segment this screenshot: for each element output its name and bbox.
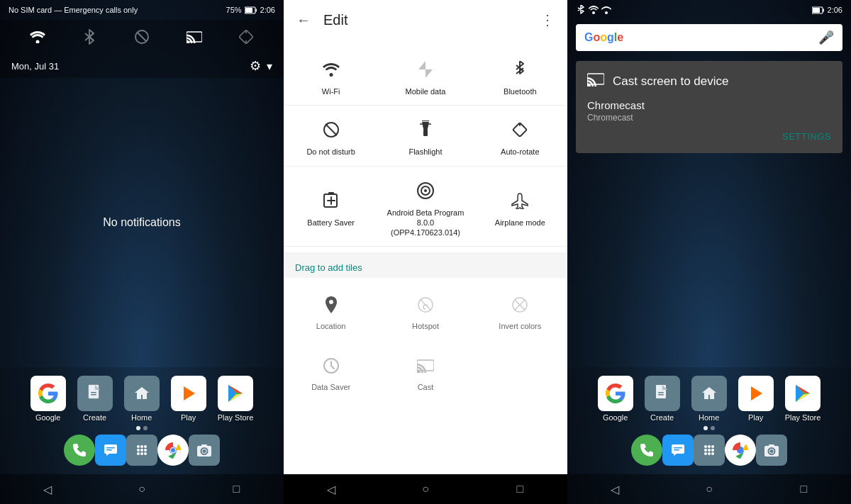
- home-nav-bar: ◁ ○ □: [567, 474, 851, 504]
- svg-point-78: [708, 449, 711, 452]
- home-app-grid[interactable]: [694, 435, 725, 466]
- nav-bar: ◁ ○ □: [0, 474, 284, 504]
- flashlight-icon: [413, 117, 438, 142]
- svg-rect-89: [769, 444, 774, 447]
- home-app-sms[interactable]: [662, 435, 694, 466]
- expand-icon[interactable]: ▾: [267, 60, 272, 73]
- tile-dnd[interactable]: Do not disturb: [284, 106, 378, 165]
- svg-point-76: [711, 445, 714, 448]
- edit-nav-bar: ◁ ○ □: [284, 474, 567, 504]
- home-app-home[interactable]: Home: [691, 376, 727, 422]
- home-home-button[interactable]: ○: [699, 478, 720, 500]
- home-button[interactable]: ○: [131, 478, 152, 500]
- tile-wifi[interactable]: Wi-Fi: [284, 45, 378, 105]
- edit-scroll[interactable]: Wi-Fi Mobile data Bluetooth: [284, 40, 567, 474]
- home-app-camera[interactable]: [756, 435, 787, 466]
- back-button[interactable]: ←: [289, 6, 318, 34]
- cast-dialog-icon: [587, 72, 604, 91]
- svg-point-21: [137, 449, 140, 452]
- home-app-phone[interactable]: [631, 435, 662, 466]
- svg-marker-71: [674, 454, 677, 456]
- tile-airplane[interactable]: Airplane mode: [473, 167, 567, 247]
- tile-flashlight[interactable]: Flashlight: [378, 106, 472, 165]
- sim-status: No SIM card — Emergency calls only: [9, 6, 138, 14]
- home-app-create[interactable]: Create: [645, 376, 680, 422]
- drag-tile-cast[interactable]: Cast: [378, 342, 472, 400]
- tile-android-beta[interactable]: Android Beta Program 8.0.0 (OPP4.170623.…: [378, 167, 472, 247]
- svg-rect-65: [813, 8, 820, 13]
- app-grid[interactable]: [126, 435, 157, 466]
- svg-line-7: [138, 33, 146, 41]
- svg-point-25: [140, 452, 143, 455]
- drag-tile-datasaver[interactable]: Data Saver: [284, 342, 378, 400]
- recents-nav-button[interactable]: □: [509, 478, 530, 500]
- app-home[interactable]: Home: [124, 376, 160, 422]
- battery-saver-icon: [318, 188, 344, 213]
- home-bottom-app-row: [623, 432, 796, 471]
- app-sms[interactable]: [95, 435, 126, 466]
- tile-row-1: Wi-Fi Mobile data Bluetooth: [284, 45, 567, 106]
- home-back-button[interactable]: ◁: [604, 478, 625, 500]
- svg-rect-14: [104, 444, 117, 454]
- app-camera[interactable]: [189, 435, 220, 466]
- more-options-button[interactable]: ⋮: [533, 6, 562, 34]
- drag-tile-invert[interactable]: Invert colors: [473, 281, 567, 339]
- app-playstore-label: Play Store: [218, 413, 254, 422]
- quick-tile-bt[interactable]: [78, 26, 101, 48]
- svg-rect-70: [672, 444, 684, 454]
- signal-icon: [589, 6, 599, 14]
- drag-tile-hotspot[interactable]: Hotspot: [378, 281, 472, 339]
- cast-icon: [413, 353, 438, 379]
- app-playstore[interactable]: Play Store: [218, 376, 254, 422]
- back-button[interactable]: ◁: [37, 478, 58, 500]
- app-google-label: Google: [35, 413, 60, 422]
- home-app-chrome[interactable]: [725, 435, 756, 466]
- battery-saver-label: Battery Saver: [307, 218, 355, 228]
- quick-tile-cast[interactable]: [183, 26, 206, 48]
- google-search-bar[interactable]: Google 🎤: [576, 24, 842, 51]
- app-chrome[interactable]: [157, 435, 189, 466]
- quick-tiles-row: [0, 20, 284, 54]
- tile-mobile-data[interactable]: Mobile data: [378, 45, 472, 105]
- home-nav-button[interactable]: ○: [415, 478, 436, 500]
- svg-line-40: [326, 124, 337, 135]
- svg-rect-42: [423, 129, 428, 136]
- tile-bluetooth[interactable]: Bluetooth: [473, 45, 567, 105]
- home-app-play[interactable]: Play: [738, 376, 774, 422]
- drag-tile-row-1: Location Hotspot Invert colors: [284, 281, 567, 339]
- quick-tile-wifi[interactable]: [26, 26, 49, 48]
- app-play[interactable]: Play: [171, 376, 206, 422]
- drag-tile-location[interactable]: Location: [284, 281, 378, 339]
- svg-rect-10: [89, 385, 99, 398]
- location-label: Location: [316, 322, 346, 330]
- home-playstore-label: Play Store: [785, 413, 821, 422]
- app-create[interactable]: Create: [77, 376, 113, 422]
- drag-tile-row-2: Data Saver Cast: [284, 342, 567, 400]
- cast-device-sub: Chromecast: [587, 113, 831, 123]
- tile-autorotate[interactable]: Auto-rotate: [473, 106, 567, 165]
- svg-point-24: [137, 452, 140, 455]
- back-nav-button[interactable]: ◁: [321, 478, 342, 500]
- quick-tile-autorotate[interactable]: [235, 26, 257, 48]
- no-notifications-label: No notifications: [0, 78, 284, 367]
- app-phone[interactable]: [64, 435, 95, 466]
- svg-rect-73: [674, 449, 679, 451]
- autorotate-icon: [507, 117, 533, 142]
- mic-icon[interactable]: 🎤: [818, 30, 834, 45]
- cast-settings-button[interactable]: SETTINGS: [782, 131, 831, 142]
- home-app-google[interactable]: Google: [598, 376, 633, 422]
- svg-point-26: [144, 452, 147, 455]
- bluetooth-status-icon: [576, 5, 586, 15]
- home-app-playstore[interactable]: Play Store: [785, 376, 821, 422]
- bluetooth-icon: [507, 57, 533, 82]
- mobile-data-icon: [413, 57, 438, 82]
- quick-tile-dnd[interactable]: [130, 26, 153, 48]
- settings-icon[interactable]: ⚙: [250, 58, 261, 74]
- recents-button[interactable]: □: [226, 478, 247, 500]
- home-home-label: Home: [699, 413, 719, 422]
- bottom-app-row: [55, 432, 228, 471]
- home-recents-button[interactable]: □: [793, 478, 814, 500]
- tile-battery-saver[interactable]: Battery Saver: [284, 167, 378, 247]
- hotspot-label: Hotspot: [412, 322, 439, 330]
- app-google[interactable]: Google: [30, 376, 66, 422]
